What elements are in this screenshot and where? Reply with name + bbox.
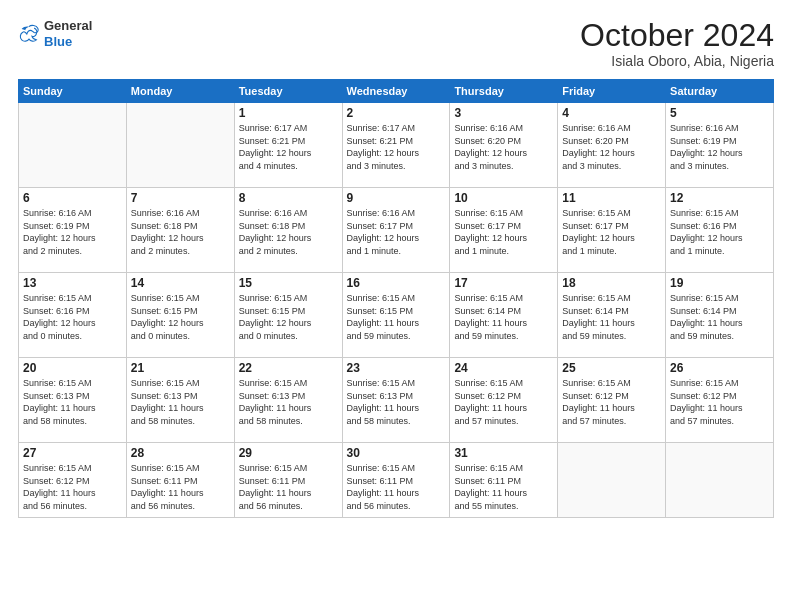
calendar-cell: 14Sunrise: 6:15 AM Sunset: 6:15 PM Dayli… [126,273,234,358]
calendar-cell: 24Sunrise: 6:15 AM Sunset: 6:12 PM Dayli… [450,358,558,443]
day-number: 20 [23,361,122,375]
day-info: Sunrise: 6:15 AM Sunset: 6:13 PM Dayligh… [347,377,446,427]
day-info: Sunrise: 6:15 AM Sunset: 6:11 PM Dayligh… [131,462,230,512]
calendar-cell: 10Sunrise: 6:15 AM Sunset: 6:17 PM Dayli… [450,188,558,273]
calendar-cell: 20Sunrise: 6:15 AM Sunset: 6:13 PM Dayli… [19,358,127,443]
calendar-cell: 23Sunrise: 6:15 AM Sunset: 6:13 PM Dayli… [342,358,450,443]
calendar-cell: 1Sunrise: 6:17 AM Sunset: 6:21 PM Daylig… [234,103,342,188]
day-info: Sunrise: 6:16 AM Sunset: 6:18 PM Dayligh… [131,207,230,257]
day-number: 13 [23,276,122,290]
day-info: Sunrise: 6:17 AM Sunset: 6:21 PM Dayligh… [347,122,446,172]
calendar-cell: 5Sunrise: 6:16 AM Sunset: 6:19 PM Daylig… [666,103,774,188]
day-info: Sunrise: 6:15 AM Sunset: 6:12 PM Dayligh… [562,377,661,427]
calendar-cell: 16Sunrise: 6:15 AM Sunset: 6:15 PM Dayli… [342,273,450,358]
calendar-week-row: 13Sunrise: 6:15 AM Sunset: 6:16 PM Dayli… [19,273,774,358]
day-info: Sunrise: 6:15 AM Sunset: 6:11 PM Dayligh… [239,462,338,512]
day-number: 6 [23,191,122,205]
day-number: 2 [347,106,446,120]
day-info: Sunrise: 6:16 AM Sunset: 6:19 PM Dayligh… [23,207,122,257]
calendar-cell: 7Sunrise: 6:16 AM Sunset: 6:18 PM Daylig… [126,188,234,273]
calendar-week-row: 1Sunrise: 6:17 AM Sunset: 6:21 PM Daylig… [19,103,774,188]
day-info: Sunrise: 6:15 AM Sunset: 6:17 PM Dayligh… [562,207,661,257]
calendar-cell: 26Sunrise: 6:15 AM Sunset: 6:12 PM Dayli… [666,358,774,443]
logo-bird-icon [18,23,40,45]
day-info: Sunrise: 6:15 AM Sunset: 6:14 PM Dayligh… [670,292,769,342]
day-number: 1 [239,106,338,120]
day-number: 14 [131,276,230,290]
calendar-cell: 29Sunrise: 6:15 AM Sunset: 6:11 PM Dayli… [234,443,342,518]
day-info: Sunrise: 6:15 AM Sunset: 6:16 PM Dayligh… [23,292,122,342]
calendar-cell: 19Sunrise: 6:15 AM Sunset: 6:14 PM Dayli… [666,273,774,358]
calendar-week-row: 20Sunrise: 6:15 AM Sunset: 6:13 PM Dayli… [19,358,774,443]
day-number: 16 [347,276,446,290]
day-number: 3 [454,106,553,120]
day-number: 18 [562,276,661,290]
calendar-cell [19,103,127,188]
day-number: 21 [131,361,230,375]
day-number: 25 [562,361,661,375]
day-info: Sunrise: 6:15 AM Sunset: 6:13 PM Dayligh… [239,377,338,427]
calendar-cell [126,103,234,188]
calendar-cell: 8Sunrise: 6:16 AM Sunset: 6:18 PM Daylig… [234,188,342,273]
day-number: 10 [454,191,553,205]
location: Isiala Oboro, Abia, Nigeria [580,53,774,69]
day-info: Sunrise: 6:17 AM Sunset: 6:21 PM Dayligh… [239,122,338,172]
calendar-cell: 27Sunrise: 6:15 AM Sunset: 6:12 PM Dayli… [19,443,127,518]
calendar-cell: 28Sunrise: 6:15 AM Sunset: 6:11 PM Dayli… [126,443,234,518]
logo-blue: Blue [44,34,92,50]
day-number: 30 [347,446,446,460]
calendar-cell: 6Sunrise: 6:16 AM Sunset: 6:19 PM Daylig… [19,188,127,273]
calendar-cell: 18Sunrise: 6:15 AM Sunset: 6:14 PM Dayli… [558,273,666,358]
calendar-cell: 15Sunrise: 6:15 AM Sunset: 6:15 PM Dayli… [234,273,342,358]
calendar-cell: 11Sunrise: 6:15 AM Sunset: 6:17 PM Dayli… [558,188,666,273]
day-number: 17 [454,276,553,290]
day-number: 23 [347,361,446,375]
day-number: 12 [670,191,769,205]
calendar-cell: 30Sunrise: 6:15 AM Sunset: 6:11 PM Dayli… [342,443,450,518]
day-info: Sunrise: 6:15 AM Sunset: 6:13 PM Dayligh… [23,377,122,427]
day-number: 28 [131,446,230,460]
weekday-header-monday: Monday [126,80,234,103]
weekday-header-sunday: Sunday [19,80,127,103]
day-info: Sunrise: 6:15 AM Sunset: 6:12 PM Dayligh… [23,462,122,512]
calendar-cell: 2Sunrise: 6:17 AM Sunset: 6:21 PM Daylig… [342,103,450,188]
day-number: 31 [454,446,553,460]
calendar-cell [666,443,774,518]
day-info: Sunrise: 6:16 AM Sunset: 6:17 PM Dayligh… [347,207,446,257]
weekday-header-wednesday: Wednesday [342,80,450,103]
day-info: Sunrise: 6:15 AM Sunset: 6:11 PM Dayligh… [347,462,446,512]
calendar-cell: 21Sunrise: 6:15 AM Sunset: 6:13 PM Dayli… [126,358,234,443]
day-number: 15 [239,276,338,290]
day-number: 27 [23,446,122,460]
day-number: 11 [562,191,661,205]
calendar-cell: 17Sunrise: 6:15 AM Sunset: 6:14 PM Dayli… [450,273,558,358]
day-info: Sunrise: 6:15 AM Sunset: 6:13 PM Dayligh… [131,377,230,427]
calendar-cell: 12Sunrise: 6:15 AM Sunset: 6:16 PM Dayli… [666,188,774,273]
calendar-table: SundayMondayTuesdayWednesdayThursdayFrid… [18,79,774,518]
page: General Blue October 2024 Isiala Oboro, … [0,0,792,612]
calendar-cell: 4Sunrise: 6:16 AM Sunset: 6:20 PM Daylig… [558,103,666,188]
day-number: 26 [670,361,769,375]
day-info: Sunrise: 6:15 AM Sunset: 6:11 PM Dayligh… [454,462,553,512]
day-info: Sunrise: 6:15 AM Sunset: 6:12 PM Dayligh… [454,377,553,427]
day-number: 5 [670,106,769,120]
day-info: Sunrise: 6:15 AM Sunset: 6:15 PM Dayligh… [347,292,446,342]
logo-text: General Blue [44,18,92,49]
calendar-week-row: 27Sunrise: 6:15 AM Sunset: 6:12 PM Dayli… [19,443,774,518]
day-info: Sunrise: 6:15 AM Sunset: 6:14 PM Dayligh… [454,292,553,342]
day-info: Sunrise: 6:16 AM Sunset: 6:20 PM Dayligh… [454,122,553,172]
weekday-header-tuesday: Tuesday [234,80,342,103]
day-info: Sunrise: 6:16 AM Sunset: 6:19 PM Dayligh… [670,122,769,172]
calendar-cell: 25Sunrise: 6:15 AM Sunset: 6:12 PM Dayli… [558,358,666,443]
logo-general: General [44,18,92,34]
day-info: Sunrise: 6:15 AM Sunset: 6:15 PM Dayligh… [239,292,338,342]
day-info: Sunrise: 6:16 AM Sunset: 6:18 PM Dayligh… [239,207,338,257]
day-info: Sunrise: 6:15 AM Sunset: 6:12 PM Dayligh… [670,377,769,427]
month-title: October 2024 [580,18,774,53]
day-info: Sunrise: 6:16 AM Sunset: 6:20 PM Dayligh… [562,122,661,172]
day-info: Sunrise: 6:15 AM Sunset: 6:14 PM Dayligh… [562,292,661,342]
day-number: 22 [239,361,338,375]
day-number: 8 [239,191,338,205]
calendar-cell: 31Sunrise: 6:15 AM Sunset: 6:11 PM Dayli… [450,443,558,518]
day-number: 7 [131,191,230,205]
